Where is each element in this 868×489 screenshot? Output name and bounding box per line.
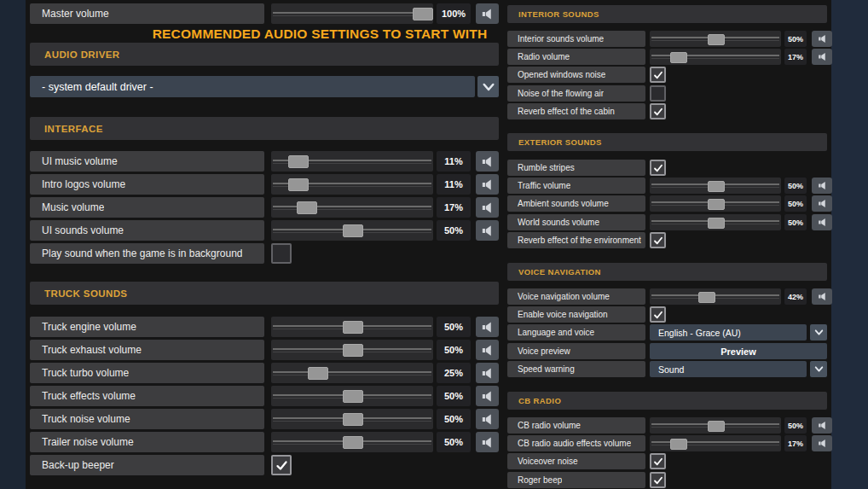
audio-driver-dropdown-open-button[interactable] — [477, 76, 499, 97]
speaker-mute-button[interactable] — [812, 435, 832, 451]
volume-value: 50% — [784, 214, 807, 230]
world-sounds-volume-slider[interactable] — [650, 214, 781, 230]
slider-thumb[interactable] — [670, 52, 687, 63]
slider-thumb[interactable] — [297, 201, 317, 214]
speaker-mute-button[interactable] — [812, 214, 832, 230]
truck-engine-volume-slider[interactable] — [271, 317, 433, 337]
truck-exhaust-volume-slider[interactable] — [271, 340, 433, 360]
speaker-mute-button[interactable] — [476, 197, 499, 218]
setting-label: Truck effects volume — [42, 390, 136, 402]
truck-effects-volume-slider[interactable] — [271, 386, 433, 406]
slider-thumb[interactable] — [698, 292, 715, 303]
play-sound-when-the-game-is-in-background-checkbox[interactable] — [271, 243, 292, 264]
setting-label: UI music volume — [42, 155, 118, 167]
roger-beep-checkbox[interactable] — [650, 472, 666, 488]
setting-label: Voice navigation volume — [518, 292, 610, 301]
slider-thumb[interactable] — [288, 178, 309, 191]
cb-radio-audio-effects-volume-slider[interactable] — [650, 435, 781, 451]
section-header-label: TRUCK SOUNDS — [44, 288, 127, 299]
back-up-beeper-checkbox[interactable] — [271, 455, 292, 475]
preview-button[interactable]: Preview — [650, 343, 827, 359]
speaker-mute-button[interactable] — [812, 49, 832, 65]
speaker-mute-button[interactable] — [476, 3, 499, 24]
traffic-volume-slider[interactable] — [650, 178, 781, 194]
noise-of-the-flowing-air-checkbox[interactable] — [650, 85, 666, 102]
volume-value: 50% — [437, 409, 471, 429]
speaker-icon — [817, 33, 828, 44]
speaker-mute-button[interactable] — [812, 178, 832, 194]
ui-music-volume-slider[interactable] — [271, 151, 433, 172]
section-header-label: INTERIOR SOUNDS — [518, 9, 599, 19]
speaker-mute-button[interactable] — [476, 317, 499, 337]
interior-sounds-volume-slider[interactable] — [650, 31, 781, 47]
opened-windows-noise-checkbox[interactable] — [650, 67, 666, 83]
setting-label: Noise of the flowing air — [518, 89, 604, 98]
truck-turbo-volume-slider[interactable] — [271, 363, 433, 383]
speaker-mute-button[interactable] — [812, 288, 832, 305]
voiceover-noise-checkbox[interactable] — [650, 453, 666, 469]
truck-noise-volume-slider[interactable] — [271, 409, 433, 429]
speed-warning-dropdown[interactable]: Sound — [650, 361, 807, 377]
speaker-icon — [480, 224, 495, 238]
speaker-mute-button[interactable] — [476, 386, 499, 406]
speaker-mute-button[interactable] — [476, 340, 499, 360]
volume-value: 50% — [437, 220, 471, 241]
language-and-voice-dropdown-open-button[interactable] — [810, 324, 827, 341]
slider-thumb[interactable] — [413, 8, 433, 20]
section-header-label: EXTERIOR SOUNDS — [518, 137, 602, 147]
slider-thumb[interactable] — [343, 344, 363, 357]
speaker-mute-button[interactable] — [476, 363, 499, 383]
setting-label: Roger beep — [518, 475, 562, 485]
speaker-mute-button[interactable] — [812, 417, 832, 434]
speaker-mute-button[interactable] — [476, 151, 499, 172]
slider-thumb[interactable] — [288, 155, 309, 168]
audio-driver-dropdown[interactable]: - system default driver - — [30, 76, 475, 97]
voice-navigation-volume-slider[interactable] — [650, 288, 781, 305]
speaker-mute-button[interactable] — [476, 174, 499, 195]
slider-track-line — [273, 15, 431, 16]
language-and-voice-dropdown[interactable]: English - Grace (AU) — [650, 324, 807, 341]
ambient-sounds-volume-slider[interactable] — [650, 195, 781, 212]
slider-thumb[interactable] — [708, 218, 725, 229]
slider-thumb[interactable] — [708, 199, 725, 210]
enable-voice-navigation-checkbox[interactable] — [650, 306, 666, 323]
intro-logos-volume-slider[interactable] — [271, 174, 433, 195]
dropdown-selected-value: - system default driver - — [42, 81, 153, 93]
slider-thumb[interactable] — [708, 421, 725, 432]
speaker-mute-button[interactable] — [812, 195, 832, 212]
slider-track-line — [651, 294, 779, 296]
setting-label-box-noise-of-the-flowing-air: Noise of the flowing air — [507, 85, 645, 102]
trailer-noise-volume-slider[interactable] — [271, 432, 433, 452]
slider-thumb[interactable] — [708, 34, 725, 45]
slider-thumb[interactable] — [343, 224, 363, 237]
slider-thumb[interactable] — [343, 321, 363, 334]
speed-warning-dropdown-open-button[interactable] — [810, 361, 827, 377]
setting-label-box-trailer-noise-volume: Trailer noise volume — [30, 432, 264, 452]
speaker-mute-button[interactable] — [476, 432, 499, 452]
slider-thumb[interactable] — [308, 367, 328, 380]
reverb-effect-of-the-cabin-checkbox[interactable] — [650, 103, 666, 119]
speaker-mute-button[interactable] — [476, 220, 499, 241]
volume-value: 11% — [437, 174, 471, 195]
radio-volume-slider[interactable] — [650, 49, 781, 65]
slider-thumb[interactable] — [708, 181, 725, 192]
master-volume-slider[interactable] — [271, 3, 433, 24]
rumble-stripes-checkbox[interactable] — [650, 160, 666, 176]
reverb-effect-of-the-environment-checkbox[interactable] — [650, 232, 666, 248]
speaker-icon — [817, 291, 828, 302]
slider-thumb[interactable] — [343, 413, 363, 426]
ui-sounds-volume-slider[interactable] — [271, 220, 433, 241]
setting-label-box-speed-warning: Speed warning — [507, 361, 645, 377]
music-volume-slider[interactable] — [271, 197, 433, 218]
speaker-mute-button[interactable] — [476, 409, 499, 429]
volume-value: 50% — [437, 317, 471, 337]
volume-value: 25% — [437, 363, 471, 383]
right-margin-strip — [831, 0, 868, 489]
chevron-down-icon — [813, 364, 825, 375]
slider-thumb[interactable] — [670, 439, 687, 450]
slider-thumb[interactable] — [343, 436, 363, 449]
dropdown-selected-value: English - Grace (AU) — [658, 328, 741, 338]
cb-radio-volume-slider[interactable] — [650, 417, 781, 434]
slider-thumb[interactable] — [343, 390, 363, 403]
speaker-mute-button[interactable] — [812, 31, 832, 47]
